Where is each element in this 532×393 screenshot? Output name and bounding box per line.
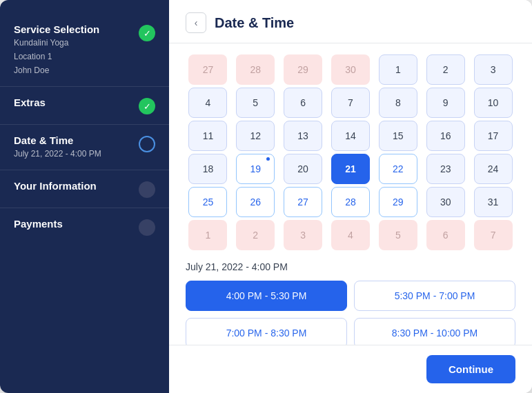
progress-icon: [139, 136, 155, 152]
calendar-day[interactable]: 17: [474, 121, 513, 151]
calendar-day[interactable]: 25: [188, 187, 227, 217]
check-icon: ✓: [139, 98, 155, 114]
calendar-day[interactable]: 14: [331, 121, 370, 151]
calendar-day[interactable]: 27: [188, 54, 227, 85]
calendar-day[interactable]: 8: [379, 88, 417, 118]
calendar-day[interactable]: 10: [474, 88, 513, 118]
calendar-day[interactable]: 3: [474, 54, 513, 85]
calendar-day[interactable]: 20: [284, 154, 322, 184]
inactive-icon: [139, 219, 155, 236]
check-icon: ✓: [139, 25, 155, 41]
calendar-day[interactable]: 22: [379, 154, 417, 184]
calendar-day[interactable]: 12: [236, 121, 275, 151]
calendar-day[interactable]: 5: [236, 88, 275, 118]
calendar-day[interactable]: 5: [379, 220, 417, 250]
calendar-day[interactable]: 15: [379, 121, 417, 151]
dot-indicator: [266, 157, 270, 161]
sidebar-item-service-selection[interactable]: Service SelectionKundalini YogaLocation …: [0, 14, 169, 87]
calendar-day[interactable]: 29: [379, 187, 417, 217]
calendar-day[interactable]: 7: [331, 88, 370, 118]
footer: Continue: [169, 345, 532, 393]
sidebar-item-date-time[interactable]: Date & TimeJuly 21, 2022 - 4:00 PM: [0, 125, 169, 170]
calendar-day[interactable]: 29: [284, 54, 322, 85]
calendar-day[interactable]: 30: [331, 54, 370, 85]
calendar-day[interactable]: 1: [188, 220, 227, 250]
page-title: Date & Time: [215, 15, 294, 31]
calendar-day[interactable]: 1: [379, 54, 417, 85]
calendar-day[interactable]: 4: [188, 88, 227, 118]
calendar-day[interactable]: 11: [188, 121, 227, 151]
sidebar-item-title: Extras: [14, 97, 46, 108]
selected-date-label: July 21, 2022 - 4:00 PM: [186, 261, 515, 272]
calendar-day[interactable]: 9: [426, 88, 465, 118]
time-slot-button[interactable]: 5:30 PM - 7:00 PM: [354, 281, 515, 311]
inactive-icon: [139, 181, 155, 198]
calendar-day[interactable]: 6: [426, 220, 465, 250]
sidebar-item-sub: John Doe: [14, 64, 99, 77]
calendar-day[interactable]: 31: [474, 187, 513, 217]
sidebar-item-extras[interactable]: Extras✓: [0, 87, 169, 125]
time-slot-button[interactable]: 7:00 PM - 8:30 PM: [186, 318, 347, 345]
calendar-day[interactable]: 4: [331, 220, 370, 250]
sidebar-item-sub: July 21, 2022 - 4:00 PM: [14, 148, 101, 160]
calendar-day[interactable]: 21: [331, 154, 370, 184]
calendar-day[interactable]: 18: [188, 154, 227, 184]
calendar-day[interactable]: 7: [474, 220, 513, 250]
sidebar-item-title: Your Information: [14, 180, 97, 192]
sidebar-item-your-information[interactable]: Your Information: [0, 170, 169, 208]
sidebar-item-payments[interactable]: Payments: [0, 208, 169, 245]
calendar-day[interactable]: 23: [426, 154, 465, 184]
calendar-day[interactable]: 26: [236, 187, 275, 217]
calendar-day[interactable]: 19: [236, 154, 275, 184]
calendar-day[interactable]: 28: [331, 187, 370, 217]
back-button[interactable]: ‹: [186, 12, 206, 33]
calendar-day[interactable]: 24: [474, 154, 513, 184]
calendar-day[interactable]: 16: [426, 121, 465, 151]
sidebar-item-sub: Kundalini Yoga: [14, 37, 99, 49]
calendar-day[interactable]: 13: [284, 121, 322, 151]
time-slot-button[interactable]: 4:00 PM - 5:30 PM: [186, 281, 347, 311]
calendar-day[interactable]: 3: [284, 220, 322, 250]
time-slots-grid: 4:00 PM - 5:30 PM5:30 PM - 7:00 PM7:00 P…: [186, 281, 515, 345]
sidebar: Service SelectionKundalini YogaLocation …: [0, 0, 169, 393]
calendar-day[interactable]: 2: [236, 220, 275, 250]
calendar-day[interactable]: 2: [426, 54, 465, 85]
sidebar-item-title: Service Selection: [14, 23, 99, 35]
sidebar-item-title: Date & Time: [14, 134, 101, 146]
calendar-section: 2728293012345678910111213141516171819202…: [169, 43, 532, 345]
calendar-day[interactable]: 28: [236, 54, 275, 85]
main-header: ‹ Date & Time: [169, 0, 532, 43]
calendar-grid: 2728293012345678910111213141516171819202…: [186, 54, 515, 250]
calendar-day[interactable]: 30: [426, 187, 465, 217]
calendar-day[interactable]: 6: [284, 88, 322, 118]
continue-button[interactable]: Continue: [426, 355, 515, 383]
calendar-day[interactable]: 27: [284, 187, 322, 217]
modal-container: Service SelectionKundalini YogaLocation …: [0, 0, 532, 393]
main-panel: ‹ Date & Time 27282930123456789101112131…: [169, 0, 532, 393]
time-slot-button[interactable]: 8:30 PM - 10:00 PM: [354, 318, 515, 345]
sidebar-item-sub: Location 1: [14, 50, 99, 63]
sidebar-item-title: Payments: [14, 218, 63, 230]
